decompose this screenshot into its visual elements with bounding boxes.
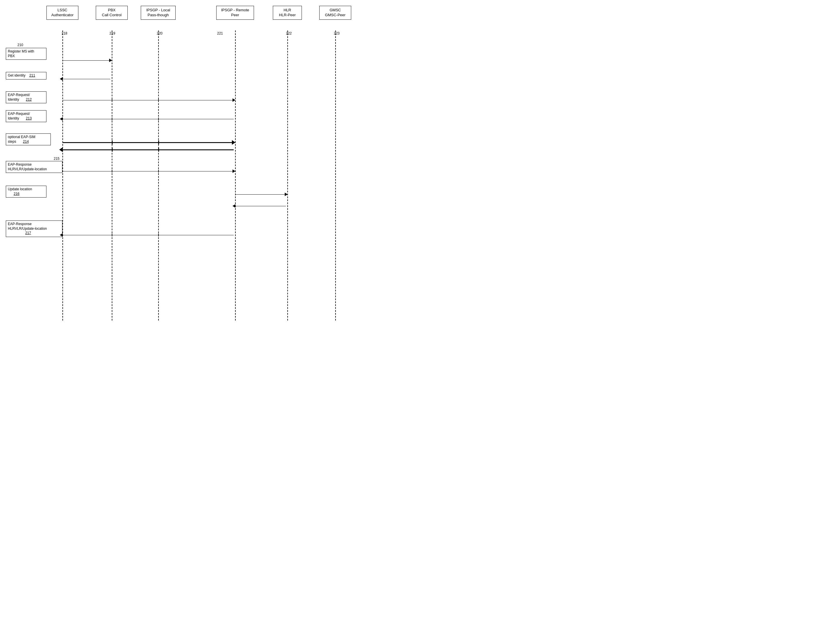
msg-box-212: EAP-Request/Identity 212 — [6, 91, 46, 103]
lifeline-box-gmsc: GMSCGMSC-Peer — [319, 6, 351, 20]
arrow-210 — [63, 60, 110, 61]
tick-212-pbx — [112, 99, 112, 101]
arrowhead-216-right — [285, 193, 288, 196]
num-223: 223 — [334, 31, 340, 35]
num-220: 220 — [157, 31, 163, 35]
lifeline-ipsgp-remote — [235, 31, 236, 321]
tick-217-local — [158, 234, 159, 236]
msg-211-label: Get identity — [8, 73, 26, 78]
arrowhead-214-left — [59, 147, 63, 152]
num-211-label: 211 — [29, 73, 35, 78]
tick-217-pbx — [112, 234, 112, 236]
num-210: 210 — [17, 43, 23, 47]
msg-box-210: Register MS withPBX — [6, 48, 46, 60]
arrowhead-214-right — [232, 140, 235, 145]
arrowhead-215 — [233, 170, 235, 173]
arrowhead-216-left — [233, 204, 235, 208]
ipsgp-remote-label: IPSGP - RemotePeer — [221, 8, 249, 17]
num-213-label: 213 — [26, 116, 32, 120]
num-222: 222 — [286, 31, 292, 35]
arrow-214-left — [63, 149, 234, 150]
arrow-214-right — [63, 142, 234, 143]
msg-216-label: Update location — [8, 187, 32, 191]
msg-215-label: EAP-ResponseHLRVLR/Update-location — [8, 162, 47, 171]
lifeline-lssc — [62, 31, 63, 321]
tick-214r-pbx — [112, 141, 113, 144]
num-214-label: 214 — [23, 139, 29, 144]
lifeline-pbx — [112, 31, 112, 321]
arrow-216-right — [235, 194, 286, 195]
arrowhead-210 — [109, 59, 112, 62]
tick-215-pbx — [112, 170, 112, 173]
num-215: 215 — [54, 157, 60, 161]
tick-214r-local — [158, 141, 159, 144]
num-212-label: 212 — [26, 98, 32, 101]
msg-210-label: Register MS withPBX — [8, 49, 34, 58]
msg-box-214: optional EAP-SIMsteps 214 — [6, 133, 51, 145]
arrowhead-212 — [233, 98, 235, 102]
gmsc-label: GMSCGMSC-Peer — [325, 8, 346, 17]
lifeline-box-lssc: LSSCAuthenticator — [46, 6, 78, 20]
lifeline-box-hlr: HLRHLR-Peer — [273, 6, 302, 20]
msg-box-217: EAP-ResponseHLRVLR/Update-location 217 — [6, 220, 62, 237]
msg-214-label: optional EAP-SIMsteps — [8, 135, 35, 144]
tick-214l-local — [158, 148, 159, 152]
lifeline-box-pbx: PBXCall Control — [96, 6, 128, 20]
arrowhead-213 — [60, 117, 63, 121]
lifeline-box-ipsgp-local: IPSGP - LocalPass-though — [141, 6, 176, 20]
arrowhead-217 — [60, 233, 63, 237]
msg-box-213: EAP-Request/Identity 213 — [6, 110, 46, 122]
sequence-diagram: LSSCAuthenticator PBXCall Control IPSGP … — [0, 0, 406, 322]
tick-212-local — [158, 99, 159, 101]
tick-214l-pbx — [112, 148, 113, 152]
tick-213-local — [158, 118, 159, 120]
tick-213-pbx — [112, 118, 112, 120]
arrow-215 — [63, 171, 234, 171]
num-217-label: 217 — [25, 231, 31, 235]
lifeline-box-ipsgp-remote: IPSGP - RemotePeer — [216, 6, 254, 20]
arrow-211 — [63, 79, 110, 79]
lssc-label: LSSCAuthenticator — [51, 8, 74, 17]
lifeline-hlr — [287, 31, 288, 321]
hlr-label: HLRHLR-Peer — [279, 8, 296, 17]
msg-217-label: EAP-ResponseHLRVLR/Update-location — [8, 222, 47, 231]
msg-box-211: Get identity 211 — [6, 72, 46, 80]
num-221: 221 — [217, 31, 223, 35]
msg-box-216: Update location 216 — [6, 186, 46, 197]
arrowhead-211 — [60, 77, 63, 81]
num-216-label: 216 — [14, 192, 20, 196]
tick-215-local — [158, 170, 159, 173]
num-219: 219 — [109, 31, 115, 35]
lifeline-ipsgp-local — [158, 31, 159, 321]
ipsgp-local-label: IPSGP - LocalPass-though — [146, 8, 170, 17]
lifeline-gmsc — [335, 31, 336, 321]
pbx-label: PBXCall Control — [102, 8, 122, 17]
msg-box-215: EAP-ResponseHLRVLR/Update-location — [6, 161, 62, 173]
